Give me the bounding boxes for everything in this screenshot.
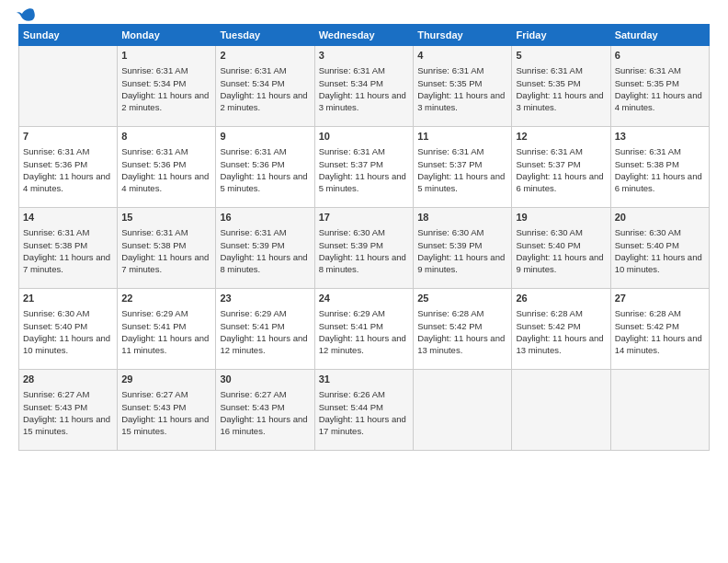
- sunset-text: Sunset: 5:40 PM: [516, 239, 606, 251]
- calendar-cell: 13Sunrise: 6:31 AMSunset: 5:38 PMDayligh…: [610, 127, 709, 208]
- day-number: 10: [319, 130, 409, 144]
- weekday-header-saturday: Saturday: [610, 25, 709, 46]
- calendar-cell: 29Sunrise: 6:27 AMSunset: 5:43 PMDayligh…: [118, 370, 216, 451]
- day-number: 15: [121, 211, 211, 224]
- day-number: 21: [23, 292, 113, 305]
- sunrise-text: Sunrise: 6:27 AM: [23, 388, 113, 400]
- calendar-cell: 18Sunrise: 6:30 AMSunset: 5:39 PMDayligh…: [414, 208, 512, 289]
- sunset-text: Sunset: 5:44 PM: [319, 401, 409, 413]
- day-number: 19: [516, 211, 606, 224]
- calendar-week-1: 1Sunrise: 6:31 AMSunset: 5:34 PMDaylight…: [19, 46, 710, 127]
- calendar-cell: 7Sunrise: 6:31 AMSunset: 5:36 PMDaylight…: [19, 127, 118, 208]
- day-number: 12: [516, 130, 606, 144]
- sunrise-text: Sunrise: 6:31 AM: [23, 226, 113, 238]
- sunrise-text: Sunrise: 6:31 AM: [23, 145, 113, 157]
- sunrise-text: Sunrise: 6:27 AM: [121, 388, 211, 400]
- day-number: 23: [220, 292, 310, 305]
- calendar-cell: 9Sunrise: 6:31 AMSunset: 5:36 PMDaylight…: [216, 127, 314, 208]
- day-number: 30: [220, 373, 310, 386]
- day-number: 28: [23, 373, 113, 386]
- sunrise-text: Sunrise: 6:31 AM: [516, 145, 606, 157]
- calendar-cell: 17Sunrise: 6:30 AMSunset: 5:39 PMDayligh…: [314, 208, 413, 289]
- sunrise-text: Sunrise: 6:28 AM: [516, 307, 606, 319]
- sunset-text: Sunset: 5:40 PM: [615, 239, 705, 251]
- day-number: 3: [319, 49, 409, 63]
- sunrise-text: Sunrise: 6:30 AM: [23, 307, 113, 319]
- daylight-text: Daylight: 11 hours and 3 minutes.: [319, 89, 409, 114]
- sunrise-text: Sunrise: 6:31 AM: [319, 64, 409, 76]
- sunset-text: Sunset: 5:36 PM: [121, 158, 211, 170]
- weekday-header-thursday: Thursday: [414, 25, 512, 46]
- daylight-text: Daylight: 11 hours and 12 minutes.: [220, 332, 310, 357]
- sunrise-text: Sunrise: 6:31 AM: [121, 64, 211, 76]
- weekday-header-friday: Friday: [512, 25, 610, 46]
- main-container: SundayMondayTuesdayWednesdayThursdayFrid…: [0, 0, 728, 460]
- daylight-text: Daylight: 11 hours and 4 minutes.: [121, 170, 211, 195]
- sunset-text: Sunset: 5:37 PM: [516, 158, 606, 170]
- sunrise-text: Sunrise: 6:31 AM: [121, 145, 211, 157]
- sunset-text: Sunset: 5:41 PM: [121, 320, 211, 332]
- header-row: [18, 15, 710, 17]
- daylight-text: Daylight: 11 hours and 10 minutes.: [615, 251, 705, 276]
- day-number: 8: [121, 130, 211, 144]
- sunrise-text: Sunrise: 6:30 AM: [319, 226, 409, 238]
- calendar-cell: 5Sunrise: 6:31 AMSunset: 5:35 PMDaylight…: [512, 46, 610, 127]
- calendar-cell: 1Sunrise: 6:31 AMSunset: 5:34 PMDaylight…: [118, 46, 216, 127]
- calendar-cell: 28Sunrise: 6:27 AMSunset: 5:43 PMDayligh…: [19, 370, 118, 451]
- sunrise-text: Sunrise: 6:29 AM: [121, 307, 211, 319]
- day-number: 25: [417, 292, 507, 305]
- sunrise-text: Sunrise: 6:31 AM: [516, 64, 606, 76]
- calendar-week-2: 7Sunrise: 6:31 AMSunset: 5:36 PMDaylight…: [19, 127, 710, 208]
- sunset-text: Sunset: 5:39 PM: [220, 239, 310, 251]
- daylight-text: Daylight: 11 hours and 8 minutes.: [319, 251, 409, 276]
- daylight-text: Daylight: 11 hours and 7 minutes.: [23, 251, 113, 276]
- sunrise-text: Sunrise: 6:30 AM: [516, 226, 606, 238]
- day-number: 27: [615, 292, 705, 305]
- sunrise-text: Sunrise: 6:28 AM: [417, 307, 507, 319]
- sunset-text: Sunset: 5:37 PM: [319, 158, 409, 170]
- sunset-text: Sunset: 5:34 PM: [121, 77, 211, 89]
- sunrise-text: Sunrise: 6:31 AM: [220, 64, 310, 76]
- sunrise-text: Sunrise: 6:31 AM: [319, 145, 409, 157]
- daylight-text: Daylight: 11 hours and 9 minutes.: [516, 251, 606, 276]
- sunset-text: Sunset: 5:43 PM: [23, 401, 113, 413]
- day-number: 20: [615, 211, 705, 224]
- daylight-text: Daylight: 11 hours and 2 minutes.: [121, 89, 211, 114]
- sunset-text: Sunset: 5:36 PM: [23, 158, 113, 170]
- day-number: 13: [615, 130, 705, 144]
- daylight-text: Daylight: 11 hours and 3 minutes.: [516, 89, 606, 114]
- daylight-text: Daylight: 11 hours and 14 minutes.: [615, 332, 705, 357]
- daylight-text: Daylight: 11 hours and 16 minutes.: [220, 413, 310, 438]
- daylight-text: Daylight: 11 hours and 2 minutes.: [220, 89, 310, 114]
- daylight-text: Daylight: 11 hours and 11 minutes.: [121, 332, 211, 357]
- calendar-cell: 4Sunrise: 6:31 AMSunset: 5:35 PMDaylight…: [414, 46, 512, 127]
- calendar-cell: [414, 370, 512, 451]
- sunrise-text: Sunrise: 6:31 AM: [220, 145, 310, 157]
- day-number: 9: [220, 130, 310, 144]
- daylight-text: Daylight: 11 hours and 10 minutes.: [23, 332, 113, 357]
- calendar-cell: 8Sunrise: 6:31 AMSunset: 5:36 PMDaylight…: [118, 127, 216, 208]
- daylight-text: Daylight: 11 hours and 13 minutes.: [516, 332, 606, 357]
- sunrise-text: Sunrise: 6:31 AM: [121, 226, 211, 238]
- sunset-text: Sunset: 5:38 PM: [615, 158, 705, 170]
- sunset-text: Sunset: 5:34 PM: [319, 77, 409, 89]
- calendar-cell: 25Sunrise: 6:28 AMSunset: 5:42 PMDayligh…: [414, 289, 512, 370]
- sunset-text: Sunset: 5:42 PM: [417, 320, 507, 332]
- calendar-cell: 24Sunrise: 6:29 AMSunset: 5:41 PMDayligh…: [314, 289, 413, 370]
- calendar-cell: 15Sunrise: 6:31 AMSunset: 5:38 PMDayligh…: [118, 208, 216, 289]
- calendar-cell: [512, 370, 610, 451]
- day-number: 1: [121, 49, 211, 63]
- calendar-cell: 6Sunrise: 6:31 AMSunset: 5:35 PMDaylight…: [610, 46, 709, 127]
- sunrise-text: Sunrise: 6:30 AM: [417, 226, 507, 238]
- daylight-text: Daylight: 11 hours and 15 minutes.: [23, 413, 113, 438]
- daylight-text: Daylight: 11 hours and 5 minutes.: [220, 170, 310, 195]
- day-number: 14: [23, 211, 113, 224]
- day-number: 4: [417, 49, 507, 63]
- calendar-cell: 11Sunrise: 6:31 AMSunset: 5:37 PMDayligh…: [414, 127, 512, 208]
- sunset-text: Sunset: 5:36 PM: [220, 158, 310, 170]
- calendar-cell: 16Sunrise: 6:31 AMSunset: 5:39 PMDayligh…: [216, 208, 314, 289]
- daylight-text: Daylight: 11 hours and 13 minutes.: [417, 332, 507, 357]
- sunset-text: Sunset: 5:35 PM: [516, 77, 606, 89]
- logo-bird-icon: [17, 7, 35, 28]
- calendar-cell: 31Sunrise: 6:26 AMSunset: 5:44 PMDayligh…: [314, 370, 413, 451]
